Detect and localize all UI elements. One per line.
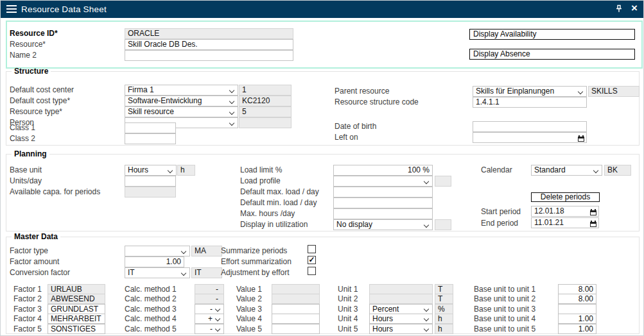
- window-title: Resource Data Sheet: [21, 4, 107, 14]
- conversion-factor-select[interactable]: IT: [125, 267, 190, 278]
- unit5-code-field: h: [435, 324, 453, 334]
- calc-method4-label: Calc. method 4: [125, 315, 177, 323]
- class2-field[interactable]: [125, 133, 176, 144]
- parent-resource-code-field: SKILLS: [588, 86, 640, 97]
- base-unit-to-unit5-label: Base unit to unit 5: [474, 325, 535, 333]
- summarize-periods-checkbox[interactable]: [308, 245, 316, 253]
- default-cost-center-select[interactable]: Firma 1: [125, 85, 238, 96]
- factor1-field: URLAUB: [48, 284, 105, 294]
- delete-periods-button[interactable]: Delete periods: [531, 192, 600, 202]
- pin-icon[interactable]: [614, 4, 624, 14]
- calc-method4-select[interactable]: +: [195, 314, 224, 324]
- base-unit-code-field: h: [177, 165, 195, 176]
- base-unit-to-unit4-field[interactable]: 1.00: [558, 314, 596, 324]
- factor4-field[interactable]: MEHRARBEIT: [48, 314, 105, 324]
- units-day-field[interactable]: [125, 176, 176, 187]
- class1-field[interactable]: [125, 122, 176, 133]
- resource-type-select[interactable]: Skill resource: [125, 106, 238, 117]
- calc-method5-select[interactable]: -: [195, 324, 224, 334]
- default-cost-type-select[interactable]: Software-Entwicklung: [125, 96, 238, 106]
- value4-field[interactable]: [272, 314, 320, 324]
- factor5-field[interactable]: SONSTIGES: [48, 324, 105, 334]
- chevron-down-icon: [578, 89, 583, 94]
- default-cost-type-code-field: KC2120: [239, 96, 292, 106]
- end-period-field[interactable]: 11.01.21: [531, 217, 599, 228]
- resource-type-label: Resource type*: [10, 108, 62, 116]
- factor2-label: Factor 2: [13, 295, 42, 303]
- titlebar: Resource Data Sheet ×: [1, 1, 644, 18]
- name2-field[interactable]: [125, 50, 293, 61]
- factor-amount-field[interactable]: 1.00: [125, 256, 184, 267]
- start-period-label: Start period: [481, 208, 521, 216]
- structure-legend: Structure: [12, 67, 51, 76]
- base-unit-to-unit2-field[interactable]: 8.00: [558, 294, 596, 304]
- default-min-load-field[interactable]: [333, 197, 433, 208]
- calendar-select[interactable]: Standard: [531, 165, 602, 176]
- close-icon[interactable]: ×: [629, 2, 640, 15]
- base-unit-to-unit3-label: Base unit to unit 3: [474, 305, 535, 314]
- effort-summarization-checkbox[interactable]: ✓: [308, 256, 316, 264]
- default-cost-center-code-field: 1: [239, 85, 292, 96]
- left-on-field[interactable]: [473, 132, 587, 143]
- load-limit-label: Load limit %: [240, 166, 282, 174]
- unit1-field: [369, 284, 433, 294]
- class2-label: Class 2: [10, 135, 35, 143]
- factor5-label: Factor 5: [13, 325, 42, 333]
- unit2-code-field: T: [435, 294, 453, 304]
- resource-field[interactable]: Skill Oracle DB Des.: [125, 39, 293, 50]
- chevron-down-icon: [229, 121, 234, 126]
- factor-type-select[interactable]: [125, 246, 190, 256]
- base-unit-to-unit3-field[interactable]: [558, 304, 596, 314]
- calc-method2-label: Calc. method 2: [125, 295, 177, 303]
- parent-resource-label: Parent resource: [335, 87, 389, 96]
- calc-method2-field: -: [195, 294, 224, 304]
- factor2-field: ABWESEND: [48, 294, 105, 304]
- unit4-select[interactable]: Hours: [369, 314, 433, 324]
- display-absence-button[interactable]: Display Absence: [469, 49, 635, 60]
- start-period-field[interactable]: 12.01.18: [531, 206, 599, 217]
- effort-summarization-label: Effort summarization: [221, 258, 292, 266]
- master-data-legend: Master Data: [12, 233, 60, 241]
- default-max-load-field[interactable]: [333, 187, 433, 197]
- calc-method3-select[interactable]: -: [195, 304, 224, 314]
- date-of-birth-field[interactable]: [473, 121, 587, 132]
- adjustment-by-effort-checkbox[interactable]: [308, 267, 316, 275]
- unit1-label: Unit 1: [338, 285, 358, 294]
- max-hours-field[interactable]: [333, 208, 433, 219]
- display-in-utilization-select[interactable]: No display: [333, 219, 433, 230]
- planning-legend: Planning: [12, 150, 49, 158]
- base-unit-to-unit5-field[interactable]: 1.00: [558, 324, 596, 334]
- base-unit-label: Base unit: [10, 166, 42, 174]
- factor3-field[interactable]: GRUNDLAST: [48, 304, 105, 314]
- chevron-down-icon: [424, 223, 429, 228]
- unit5-select[interactable]: Hours: [369, 324, 433, 334]
- base-unit-select[interactable]: Hours: [125, 165, 177, 176]
- unit3-code-field: %: [435, 304, 453, 314]
- available-capa-label: Available capa. for periods: [10, 188, 100, 196]
- menu-icon[interactable]: [6, 5, 17, 14]
- parent-resource-select[interactable]: Skills für Einplanungen: [473, 86, 587, 97]
- display-in-utilization-code-field: [435, 219, 451, 230]
- chevron-down-icon: [424, 316, 429, 321]
- value5-field[interactable]: [272, 324, 320, 334]
- base-unit-to-unit1-field[interactable]: 8.00: [558, 284, 596, 294]
- unit3-label: Unit 3: [338, 305, 358, 314]
- unit4-code-field: h: [435, 314, 453, 324]
- resource-structure-code-label: Resource structure code: [335, 98, 419, 106]
- resource-structure-code-field[interactable]: 1.4.1.1: [473, 97, 587, 108]
- value3-field[interactable]: [272, 304, 320, 314]
- chevron-down-icon: [424, 179, 429, 184]
- load-profile-select[interactable]: [333, 176, 433, 187]
- load-limit-field[interactable]: 100 %: [333, 165, 433, 176]
- calendar-icon[interactable]: [578, 137, 584, 142]
- display-availability-button[interactable]: Display Availability: [469, 29, 635, 40]
- value1-field: [272, 284, 320, 294]
- calendar-label: Calendar: [481, 166, 512, 174]
- calendar-icon[interactable]: [590, 210, 596, 215]
- default-max-load-label: Default max. load / day: [240, 188, 319, 196]
- chevron-down-icon: [229, 110, 234, 115]
- unit5-label: Unit 5: [338, 325, 358, 333]
- unit3-select[interactable]: Percent: [369, 304, 433, 314]
- calc-method1-label: Calc. method 1: [125, 285, 177, 294]
- calendar-icon[interactable]: [590, 222, 596, 227]
